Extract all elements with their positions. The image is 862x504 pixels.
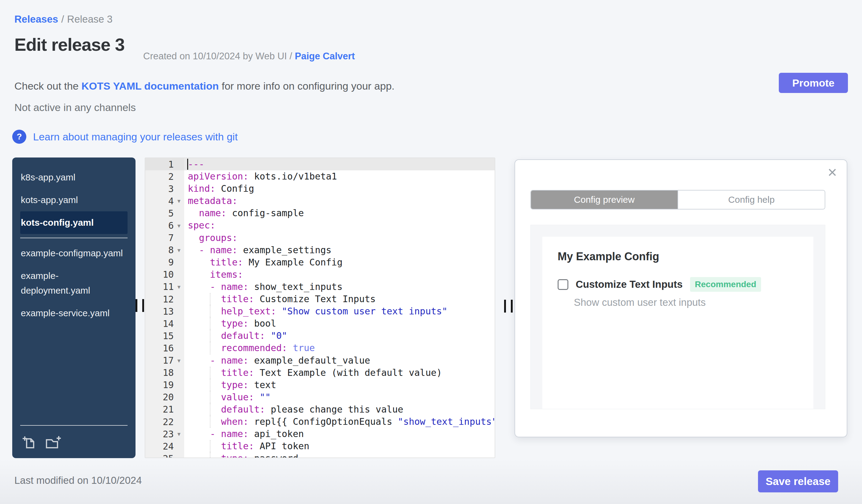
code-line-row: 5 name: config-sample [145, 207, 495, 219]
code-line[interactable]: recommended: true [184, 342, 495, 354]
created-line: Created on 10/10/2024 by Web UI / Paige … [143, 51, 355, 62]
code-line[interactable]: title: My Example Config [184, 256, 495, 268]
code-line[interactable]: name: config-sample [184, 207, 495, 219]
code-line[interactable]: value: "" [184, 391, 495, 403]
code-line-row: 10 items: [145, 268, 495, 281]
code-line[interactable]: - name: example_settings [184, 244, 495, 256]
line-number: 24 [145, 440, 184, 452]
line-number: 12 [145, 293, 184, 305]
fold-arrow-icon[interactable]: ▾ [174, 247, 184, 254]
breadcrumb: Releases/Release 3 [14, 13, 113, 25]
git-help-row: ? Learn about managing your releases wit… [12, 130, 238, 144]
code-line[interactable]: --- [184, 158, 495, 170]
code-line-row: 20 value: "" [145, 391, 495, 403]
editor-lines: 1---2apiVersion: kots.io/v1beta13kind: C… [145, 158, 495, 458]
code-line[interactable]: - name: api_token [184, 428, 495, 440]
code-line-row: 24 title: API token [145, 440, 495, 452]
file-item-kots-config.yaml[interactable]: kots-config.yaml [20, 211, 128, 234]
new-folder-icon[interactable] [45, 435, 62, 450]
file-item-k8s-app.yaml[interactable]: k8s-app.yaml [20, 166, 128, 189]
fold-arrow-icon[interactable]: ▾ [174, 197, 184, 204]
code-line[interactable]: title: Text Example (with default value) [184, 367, 495, 379]
code-line-row: 4▾metadata: [145, 195, 495, 207]
code-line-row: 25 type: password [145, 452, 495, 458]
code-line-row: 11▾ - name: show_text_inputs [145, 281, 495, 293]
yaml-editor[interactable]: 1---2apiVersion: kots.io/v1beta13kind: C… [145, 158, 495, 458]
line-number: 15 [145, 330, 184, 342]
code-line[interactable]: type: text [184, 379, 495, 391]
preview-content-area: My Example Config Customize Text Inputs … [531, 225, 825, 409]
line-number: 21 [145, 403, 184, 416]
code-line[interactable]: metadata: [184, 195, 495, 207]
resize-handle-left[interactable] [135, 299, 144, 312]
fold-arrow-icon[interactable]: ▾ [174, 283, 184, 291]
code-line[interactable]: type: bool [184, 317, 495, 330]
file-item-kots-app.yaml[interactable]: kots-app.yaml [20, 189, 128, 211]
author-link[interactable]: Paige Calvert [295, 51, 355, 62]
code-line-row: 15 default: "0" [145, 330, 495, 342]
question-mark-icon[interactable]: ? [12, 130, 26, 144]
customize-text-inputs-checkbox[interactable] [558, 279, 569, 290]
code-line[interactable]: type: password [184, 452, 495, 458]
code-line[interactable]: apiVersion: kots.io/v1beta1 [184, 170, 495, 183]
save-release-button[interactable]: Save release [758, 470, 838, 492]
preview-tab-bar: Config previewConfig help [531, 190, 825, 210]
code-line[interactable]: spec: [184, 219, 495, 231]
code-line-row: 6▾spec: [145, 219, 495, 231]
new-file-icon[interactable] [22, 435, 37, 450]
code-line-row: 8▾ - name: example_settings [145, 244, 495, 256]
code-line[interactable]: kind: Config [184, 183, 495, 195]
close-icon[interactable]: × [828, 164, 837, 180]
config-group-title: My Example Config [558, 250, 798, 263]
footer-bar: Last modified on 10/10/2024 Save release [0, 459, 862, 504]
line-number: 6▾ [145, 219, 184, 231]
code-line-row: 3kind: Config [145, 183, 495, 195]
line-number: 22 [145, 416, 184, 428]
file-item-example-service.yaml[interactable]: example-service.yaml [20, 302, 128, 324]
code-line[interactable]: - name: example_default_value [184, 355, 495, 367]
promote-button[interactable]: Promote [779, 73, 848, 93]
indent-guide [210, 293, 210, 305]
sidebar-actions [22, 435, 62, 450]
code-line-row: 9 title: My Example Config [145, 256, 495, 268]
fold-arrow-icon[interactable]: ▾ [174, 430, 184, 438]
resize-handle-right[interactable] [504, 300, 513, 313]
git-releases-link[interactable]: Learn about managing your releases with … [33, 131, 238, 143]
text-cursor [187, 159, 188, 170]
file-item-example-configmap.yaml[interactable]: example-configmap.yaml [20, 242, 128, 265]
code-line[interactable]: title: Customize Text Inputs [184, 293, 495, 305]
tab-config-preview[interactable]: Config preview [531, 190, 678, 209]
line-number: 23▾ [145, 428, 184, 440]
code-line[interactable]: help_text: "Show custom user text inputs… [184, 305, 495, 317]
sidebar-divider [20, 425, 128, 426]
fold-arrow-icon[interactable]: ▾ [174, 222, 184, 229]
code-line[interactable]: items: [184, 268, 495, 281]
code-line-row: 7 groups: [145, 232, 495, 244]
line-number: 14 [145, 317, 184, 330]
line-number: 10 [145, 268, 184, 281]
code-line-row: 2apiVersion: kots.io/v1beta1 [145, 170, 495, 183]
code-line[interactable]: default: "0" [184, 330, 495, 342]
breadcrumb-releases-link[interactable]: Releases [14, 13, 58, 25]
code-line[interactable]: title: API token [184, 440, 495, 452]
file-item-example-deployment.yaml[interactable]: example-deployment.yaml [20, 265, 128, 302]
code-line[interactable]: groups: [184, 232, 495, 244]
line-number: 4▾ [145, 195, 184, 207]
kots-yaml-doc-link[interactable]: KOTS YAML documentation [81, 80, 219, 92]
indent-guide [210, 305, 210, 317]
line-number: 9 [145, 256, 184, 268]
line-number: 18 [145, 367, 184, 379]
code-line-row: 17▾ - name: example_default_value [145, 355, 495, 367]
code-line[interactable]: default: please change this value [184, 403, 495, 416]
code-line[interactable]: - name: show_text_inputs [184, 281, 495, 293]
tab-config-help[interactable]: Config help [678, 190, 825, 209]
line-number: 13 [145, 305, 184, 317]
code-line[interactable]: when: repl{{ ConfigOptionEquals "show_te… [184, 416, 495, 428]
line-number: 1 [145, 158, 184, 170]
file-tree-divider [20, 238, 128, 238]
last-modified-text: Last modified on 10/10/2024 [14, 475, 142, 486]
code-line-row: 21 default: please change this value [145, 403, 495, 416]
line-number: 16 [145, 342, 184, 354]
channel-status: Not active in any channels [14, 102, 136, 114]
fold-arrow-icon[interactable]: ▾ [174, 357, 184, 364]
